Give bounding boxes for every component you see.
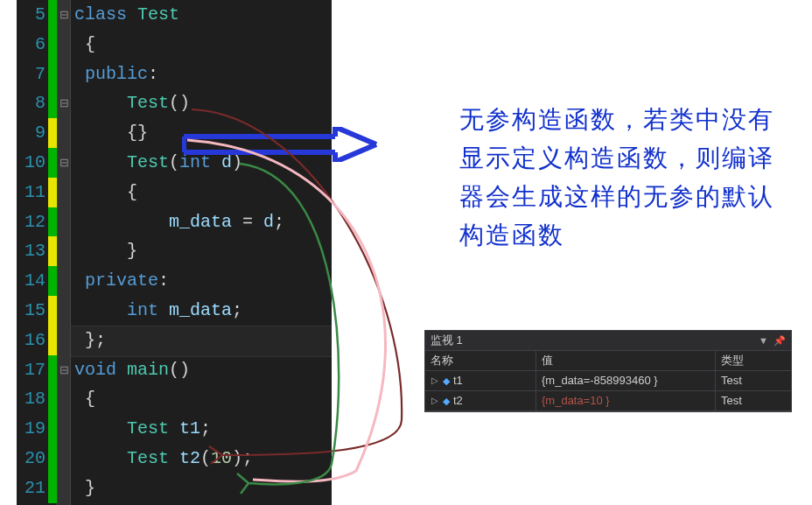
token-plain: ; xyxy=(232,300,242,320)
code-line[interactable]: { xyxy=(71,30,332,60)
code-line[interactable]: Test() xyxy=(71,88,332,118)
fold-toggle[interactable]: ⊟ xyxy=(58,88,70,118)
watch-title-label: 监视 1 xyxy=(430,331,463,350)
code-line[interactable]: {} xyxy=(71,118,332,148)
watch-name-cell[interactable]: ▷ ◆ t1 xyxy=(425,371,536,390)
change-marker xyxy=(48,207,57,237)
token-kw: int xyxy=(127,300,158,320)
watch-value-cell[interactable]: {m_data=-858993460 } xyxy=(536,371,716,390)
code-line[interactable]: Test(int d) xyxy=(71,148,332,178)
token-plain: ( xyxy=(169,152,179,172)
token-brace: } xyxy=(127,241,137,261)
watch-type-cell: Test xyxy=(716,371,791,390)
change-marker xyxy=(48,60,57,89)
fold-spacer xyxy=(58,326,70,355)
fold-gutter[interactable]: ⊟⊟⊟⊟ xyxy=(57,0,71,505)
expand-icon[interactable]: ▷ xyxy=(431,393,438,409)
code-line[interactable]: public: xyxy=(71,60,332,89)
token-plain: () xyxy=(169,360,190,380)
watch-var-name: t1 xyxy=(453,371,463,390)
current-line-highlight xyxy=(71,326,332,357)
token-plain: ( xyxy=(200,448,211,468)
watch-row[interactable]: ▷ ◆ t1{m_data=-858993460 }Test xyxy=(425,371,791,391)
change-marker xyxy=(48,473,57,503)
token-plain xyxy=(211,152,221,172)
fold-spacer xyxy=(58,178,70,207)
code-area[interactable]: class Test { public: Test() {} Test(int … xyxy=(71,0,332,505)
fold-spacer xyxy=(58,414,70,444)
line-number: 18 xyxy=(17,384,46,414)
dropdown-icon[interactable]: ▼ xyxy=(759,331,768,350)
code-line[interactable]: Test t2(10); xyxy=(71,444,332,473)
token-kw: int xyxy=(179,152,211,172)
token-var: d xyxy=(263,212,274,232)
code-line[interactable]: class Test xyxy=(71,0,332,30)
token-kw: public xyxy=(85,64,148,84)
change-marker xyxy=(48,118,57,148)
change-marker xyxy=(48,88,57,118)
line-number: 15 xyxy=(17,296,46,326)
watch-row[interactable]: ▷ ◆ t2{m_data=10 }Test xyxy=(425,391,791,411)
change-marker xyxy=(48,266,57,296)
token-kw: void xyxy=(74,360,116,380)
token-kw: private xyxy=(85,270,158,291)
watch-title-bar[interactable]: 监视 1 ▼ 📌 xyxy=(425,331,791,351)
line-number: 8 xyxy=(17,88,46,118)
change-marker xyxy=(48,236,57,266)
fold-toggle[interactable]: ⊟ xyxy=(58,0,70,30)
line-number: 11 xyxy=(17,178,46,207)
code-line[interactable]: } xyxy=(71,236,332,266)
line-number: 13 xyxy=(17,236,46,266)
fold-spacer xyxy=(58,473,70,503)
fold-toggle[interactable]: ⊟ xyxy=(58,148,70,178)
code-line[interactable]: private: xyxy=(71,266,332,296)
token-plain: () xyxy=(169,93,190,113)
pin-icon[interactable]: 📌 xyxy=(774,331,786,350)
token-var: d xyxy=(221,152,232,172)
change-marker xyxy=(48,30,57,60)
fold-toggle[interactable]: ⊟ xyxy=(58,355,70,385)
watch-name-cell[interactable]: ▷ ◆ t2 xyxy=(425,391,536,410)
token-type: Test xyxy=(127,152,169,172)
line-number: 19 xyxy=(17,414,46,444)
change-marker xyxy=(48,148,57,178)
fold-spacer xyxy=(58,266,70,296)
watch-window[interactable]: 监视 1 ▼ 📌 名称 值 类型 ▷ ◆ t1{m_data=-85899346… xyxy=(424,330,792,412)
line-number: 14 xyxy=(17,266,46,296)
code-line[interactable]: { xyxy=(71,178,332,207)
expand-icon[interactable]: ▷ xyxy=(431,373,438,389)
token-type: main xyxy=(127,360,169,380)
line-number: 12 xyxy=(17,207,46,237)
fold-spacer xyxy=(58,118,70,148)
code-line[interactable]: { xyxy=(71,384,332,414)
object-icon: ◆ xyxy=(443,371,450,390)
token-var: m_data xyxy=(169,212,232,232)
code-line[interactable]: m_data = d; xyxy=(71,207,332,237)
token-kw: class xyxy=(74,4,137,25)
col-type[interactable]: 类型 xyxy=(716,351,791,370)
watch-value-cell[interactable]: {m_data=10 } xyxy=(536,391,716,410)
code-line[interactable]: void main() xyxy=(71,355,332,385)
token-type: Test xyxy=(127,448,169,468)
code-editor[interactable]: 56789101112131415161718192021 ⊟⊟⊟⊟ class… xyxy=(17,0,332,505)
line-number: 21 xyxy=(17,473,46,503)
col-name[interactable]: 名称 xyxy=(425,351,536,370)
change-marker xyxy=(48,384,57,414)
change-marker xyxy=(48,0,57,30)
line-number: 6 xyxy=(17,30,46,60)
code-line[interactable]: int m_data; xyxy=(71,296,332,326)
token-plain xyxy=(158,300,169,320)
change-marker xyxy=(48,355,57,385)
watch-type-cell: Test xyxy=(716,391,791,410)
token-plain xyxy=(116,360,127,380)
token-var: t1 xyxy=(179,418,200,438)
code-line[interactable]: Test t1; xyxy=(71,414,332,444)
code-line[interactable]: } xyxy=(71,473,332,503)
token-brace: {} xyxy=(127,123,148,143)
token-brace: { xyxy=(85,389,95,409)
change-marker-gutter xyxy=(48,0,57,505)
col-value[interactable]: 值 xyxy=(536,351,716,370)
change-marker xyxy=(48,414,57,444)
fold-spacer xyxy=(58,296,70,326)
line-number: 20 xyxy=(17,444,46,473)
